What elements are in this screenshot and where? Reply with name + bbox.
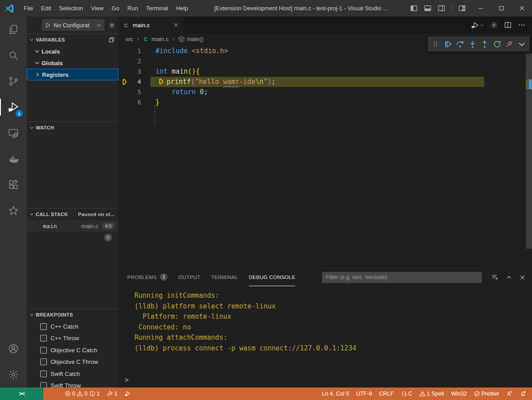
- breakpoint-checkbox[interactable]: [40, 323, 47, 330]
- activity-search[interactable]: [0, 42, 27, 68]
- variables-header[interactable]: VARIABLES: [27, 34, 118, 46]
- debug-gear-icon[interactable]: [108, 21, 116, 29]
- glyph-margin[interactable]: [118, 67, 132, 77]
- menu-view[interactable]: View: [87, 0, 108, 17]
- debug-console-prompt[interactable]: >: [125, 376, 129, 384]
- panel-tab-output[interactable]: OUTPUT: [178, 268, 200, 286]
- panel-tab-terminal[interactable]: TERMINAL: [211, 268, 238, 286]
- activity-docker[interactable]: [0, 146, 27, 172]
- variables-item-globals[interactable]: Globals: [27, 57, 118, 69]
- status-platform[interactable]: Win32: [448, 388, 470, 400]
- more-actions-icon[interactable]: [518, 21, 526, 29]
- glyph-margin[interactable]: [118, 87, 132, 97]
- debug-more-button[interactable]: [516, 38, 528, 50]
- debug-step-over-button[interactable]: [455, 38, 466, 50]
- status-ports[interactable]: 1: [103, 388, 121, 400]
- status-spell-checker[interactable]: 1 Spell: [416, 388, 448, 400]
- breakpoint-checkbox[interactable]: [40, 347, 47, 354]
- status-encoding[interactable]: UTF-8: [352, 388, 375, 400]
- breadcrumb-item[interactable]: main.c: [151, 36, 168, 42]
- code-line-5[interactable]: 5 return 0;: [118, 87, 532, 97]
- remote-indicator[interactable]: ><: [0, 388, 43, 400]
- panel-tab-debug-console[interactable]: DEBUG CONSOLE: [249, 268, 295, 286]
- breadcrumb-item[interactable]: main(): [187, 36, 204, 42]
- status-eol[interactable]: CRLF: [376, 388, 398, 400]
- menu-terminal[interactable]: Terminal: [142, 0, 172, 17]
- activity-settings[interactable]: [0, 362, 27, 388]
- toggle-primary-sidebar-icon[interactable]: [410, 4, 418, 12]
- breakpoints-header[interactable]: BREAKPOINTS: [27, 309, 118, 321]
- activity-run-and-debug[interactable]: 1: [0, 94, 27, 120]
- debug-restart-button[interactable]: [492, 38, 503, 50]
- console-filter-input[interactable]: [322, 272, 482, 283]
- glyph-margin[interactable]: [118, 56, 132, 67]
- menu-run[interactable]: Run: [123, 0, 142, 17]
- breakpoint-c-throw[interactable]: C++ Throw: [27, 333, 118, 345]
- toggle-panel-icon[interactable]: [424, 4, 431, 12]
- variables-item-registers[interactable]: Registers: [27, 69, 118, 80]
- breakpoint-c-catch[interactable]: C++ Catch: [27, 321, 118, 333]
- watch-header[interactable]: WATCH: [27, 122, 118, 133]
- code-area[interactable]: 1#include <stdio.h>23int main(){4printf(…: [118, 45, 532, 108]
- status-notifications[interactable]: [516, 388, 530, 400]
- status-language-mode[interactable]: {}C: [398, 388, 416, 400]
- customize-layout-icon[interactable]: [458, 4, 466, 12]
- maximize-panel-icon[interactable]: [506, 274, 512, 281]
- breakpoint-checkbox[interactable]: [40, 371, 47, 377]
- code-line-3[interactable]: 3int main(){: [118, 67, 532, 77]
- run-or-debug-icon[interactable]: [471, 21, 484, 29]
- activity-extensions[interactable]: [0, 172, 27, 198]
- glyph-margin[interactable]: [118, 77, 132, 87]
- breakpoint-checkbox[interactable]: [40, 335, 47, 342]
- menu-go[interactable]: Go: [108, 0, 123, 17]
- status-problems[interactable]: 001: [61, 388, 103, 400]
- debug-disconnect-button[interactable]: [504, 38, 515, 50]
- start-debug-icon[interactable]: [45, 22, 51, 29]
- activity-remote-explorer[interactable]: [0, 120, 27, 146]
- minimize-window-button[interactable]: [470, 0, 491, 17]
- stack-frame[interactable]: mainmain.c4:5: [27, 220, 118, 232]
- maximize-window-button[interactable]: [491, 0, 511, 17]
- breadcrumb-item[interactable]: src: [126, 36, 133, 42]
- status-cursor-position[interactable]: Ln 4, Col 5: [318, 388, 352, 400]
- menu-file[interactable]: File: [20, 0, 37, 17]
- menu-help[interactable]: Help: [172, 0, 192, 17]
- debug-drag-handle-button[interactable]: [430, 38, 441, 50]
- collapse-all-icon[interactable]: [108, 37, 115, 43]
- breakpoint-objective-c-catch[interactable]: Objective C Catch: [27, 344, 118, 356]
- code-line-6[interactable]: 6}: [118, 97, 532, 108]
- glyph-margin[interactable]: [118, 46, 132, 56]
- debug-step-into-button[interactable]: [467, 38, 478, 50]
- panel-tab-problems[interactable]: PROBLEMS1: [127, 268, 168, 286]
- code-line-2[interactable]: 2: [118, 56, 532, 67]
- activity-explorer[interactable]: [0, 17, 27, 42]
- debug-continue-button[interactable]: [443, 38, 454, 50]
- menu-selection[interactable]: Selection: [55, 0, 87, 17]
- breakpoint-swift-throw[interactable]: Swift Throw: [27, 380, 118, 388]
- split-editor-icon[interactable]: [504, 21, 512, 29]
- breakpoint-checkbox[interactable]: [40, 382, 47, 388]
- clear-console-icon[interactable]: [491, 273, 499, 281]
- call-stack-header[interactable]: CALL STACK Paused on st...: [27, 208, 118, 220]
- debug-step-out-button[interactable]: [479, 38, 490, 50]
- close-window-button[interactable]: [511, 0, 532, 17]
- glyph-margin[interactable]: [118, 97, 132, 108]
- menu-edit[interactable]: Edit: [37, 0, 55, 17]
- activity-source-control[interactable]: [0, 68, 27, 94]
- breakpoint-objective-c-throw[interactable]: Objective C Throw: [27, 356, 118, 368]
- debug-config-dropdown[interactable]: No Configurat: [42, 19, 105, 31]
- gear-icon[interactable]: [490, 21, 498, 29]
- status-feedback[interactable]: [503, 388, 516, 400]
- status-debug-status[interactable]: [121, 388, 134, 400]
- code-line-4[interactable]: 4printf("hello wamr-ide\n");: [118, 77, 532, 87]
- breakpoint-swift-catch[interactable]: Swift Catch: [27, 368, 118, 380]
- toggle-secondary-sidebar-icon[interactable]: [438, 4, 445, 12]
- breakpoint-checkbox[interactable]: [40, 358, 47, 365]
- activity-test-explorer[interactable]: [0, 198, 27, 224]
- activity-accounts[interactable]: [0, 336, 27, 362]
- tab-main-c[interactable]: C main.c: [118, 17, 184, 33]
- close-panel-icon[interactable]: [519, 274, 526, 281]
- variables-item-locals[interactable]: Locals: [27, 46, 118, 57]
- status-prettier[interactable]: Prettier: [470, 388, 503, 400]
- close-tab-icon[interactable]: [173, 22, 179, 28]
